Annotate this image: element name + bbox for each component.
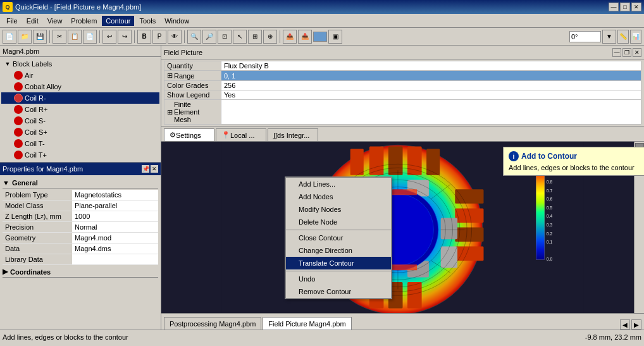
tab-scroll-buttons: ◀ ▶ [620, 319, 641, 330]
fp-row-range[interactable]: ⊞ Range 0, 1 [164, 71, 641, 81]
import-button[interactable]: 📥 [298, 30, 312, 44]
tab-scroll-left[interactable]: ◀ [620, 319, 630, 330]
grid-button[interactable]: ⊞ [248, 30, 262, 44]
prop-label-precision: Precision [3, 222, 72, 232]
tree-item-icon-coil-r-minus [14, 94, 23, 102]
menu-edit[interactable]: Edit [23, 16, 42, 26]
zoom-in-button[interactable]: 🔍 [187, 30, 201, 44]
properties-button[interactable]: P [152, 30, 166, 44]
angle-down-button[interactable]: ▼ [602, 30, 616, 44]
properties-content: ▼ General Problem Type Magnetostatics Mo… [0, 175, 161, 330]
tab-scroll-right[interactable]: ▶ [631, 319, 641, 330]
bold-button[interactable]: B [137, 30, 151, 44]
export-button[interactable]: 📤 [283, 30, 297, 44]
ctx-delete-node[interactable]: Delete Node [286, 216, 391, 228]
tab-local[interactable]: 📍 Local ... [216, 128, 266, 141]
ctx-add-lines[interactable]: Add Lines... [286, 178, 391, 190]
ruler-button[interactable]: 📏 [617, 30, 629, 44]
paste-button[interactable]: 📄 [83, 30, 97, 44]
menu-file[interactable]: File [3, 16, 22, 26]
fp-panel-title: Field Picture [164, 49, 202, 56]
snap-button[interactable]: ⊕ [263, 30, 277, 44]
ctx-change-direction-label: Change Direction [299, 247, 352, 254]
ctx-translate-contour[interactable]: Translate Contour [286, 257, 391, 269]
fp-value-show-legend: Yes [221, 90, 641, 100]
title-bar-left: Q QuickField - [Field Picture e Magn4.pb… [3, 2, 141, 12]
prop-value-model-class: Plane-parallel [72, 201, 158, 211]
ctx-close-contour-label: Close Contour [299, 234, 343, 242]
prop-label-problem-type: Problem Type [3, 190, 72, 200]
tree-item-coil-r-minus[interactable]: Coil R- [1, 92, 159, 104]
tree-item-icon-coil-s-minus [14, 116, 23, 125]
fit-button[interactable]: ⊡ [218, 30, 232, 44]
redo-button[interactable]: ↪ [118, 30, 132, 44]
view2-button[interactable]: ▣ [328, 30, 342, 44]
open-button[interactable]: 📁 [18, 30, 32, 44]
menu-view[interactable]: View [44, 16, 66, 26]
ctx-close-contour[interactable]: Close Contour [286, 232, 391, 244]
svg-text:0.8: 0.8 [547, 180, 553, 184]
ctx-modify-nodes[interactable]: Modify Nodes [286, 203, 391, 216]
ctx-modify-nodes-label: Modify Nodes [299, 206, 341, 213]
info-icon: i [509, 151, 519, 161]
svg-rect-10 [455, 208, 483, 223]
minimize-button[interactable]: — [609, 3, 619, 11]
svg-text:0.5: 0.5 [547, 206, 553, 210]
menu-problem[interactable]: Problem [67, 16, 101, 26]
menu-window[interactable]: Window [161, 16, 193, 26]
undo-button[interactable]: ↩ [102, 30, 116, 44]
ctx-remove-contour-label: Remove Contour [299, 288, 351, 295]
tree-item-coil-t-minus[interactable]: Coil T- [1, 138, 159, 149]
select-button[interactable]: ↖ [233, 30, 247, 44]
title-bar-buttons[interactable]: — □ ✕ [609, 3, 641, 11]
fp-close-button[interactable]: ✕ [633, 48, 641, 57]
app-icon: Q [3, 2, 13, 12]
view-button[interactable]: 👁 [168, 30, 182, 44]
bottom-tab-bar: Postprocessing Magn4.pbm Field Picture M… [161, 313, 644, 330]
svg-rect-4 [369, 147, 384, 175]
pbm-tab[interactable]: Magn4.pbm [0, 46, 161, 57]
tab-integral[interactable]: ∫ ∫ds Integr... [268, 128, 318, 141]
tree-item-air[interactable]: Air [1, 70, 159, 81]
props-pin-button[interactable]: 📌 [142, 165, 149, 173]
tree-root[interactable]: ▼ Block Labels [1, 58, 159, 70]
copy-button[interactable]: 📋 [68, 30, 82, 44]
new-button[interactable]: 📄 [3, 30, 16, 44]
ctx-remove-contour[interactable]: Remove Contour [286, 285, 391, 298]
tree-item-coil-r-plus[interactable]: Coil R+ [1, 104, 159, 115]
ctx-change-direction[interactable]: Change Direction [286, 244, 391, 257]
section-coordinates-label: Coordinates [10, 268, 51, 276]
props-close-button[interactable]: ✕ [151, 165, 158, 173]
ctx-add-nodes[interactable]: Add Nodes [286, 190, 391, 203]
maximize-button[interactable]: □ [620, 3, 630, 11]
tree-root-expand[interactable]: ▼ [4, 60, 11, 68]
tree-item-icon-cobalt [14, 82, 23, 91]
close-button[interactable]: ✕ [631, 3, 641, 11]
zoom-out-button[interactable]: 🔎 [202, 30, 216, 44]
tree-item-coil-s-minus[interactable]: Coil S- [1, 115, 159, 127]
menu-contour[interactable]: Contour [102, 16, 134, 26]
tab-settings[interactable]: ⚙ Settings [164, 128, 214, 141]
graph-button[interactable]: 📊 [630, 30, 641, 44]
tree-item-coil-s-plus[interactable]: Coil S+ [1, 127, 159, 138]
prop-value-problem-type: Magnetostatics [72, 190, 158, 200]
tab-postprocessing[interactable]: Postprocessing Magn4.pbm [164, 317, 261, 330]
menu-tools[interactable]: Tools [135, 16, 159, 26]
fp-minimize-button[interactable]: — [612, 48, 621, 57]
color-button[interactable] [313, 32, 327, 42]
fp-restore-button[interactable]: ❐ [622, 48, 631, 57]
sep4 [184, 30, 185, 43]
ctx-undo[interactable]: Undo [286, 273, 391, 285]
cut-button[interactable]: ✂ [53, 30, 66, 44]
angle-input[interactable] [569, 31, 601, 42]
fp-value-range[interactable]: 0, 1 [221, 71, 641, 81]
tree-item-cobalt[interactable]: Cobalt Alloy [1, 81, 159, 92]
tree-item-icon-air [14, 71, 23, 80]
tree-item-coil-t-plus[interactable]: Coil T+ [1, 149, 159, 161]
tab-field-picture[interactable]: Field Picture Magn4.pbm [263, 317, 351, 330]
save-button[interactable]: 💾 [33, 30, 47, 44]
fp-label-quantity: Quantity [164, 61, 221, 71]
visualization-area[interactable]: Flux Density B [161, 142, 644, 313]
ctx-sep1 [286, 230, 391, 230]
tab-integral-label: ∫ds Integr... [275, 132, 309, 139]
